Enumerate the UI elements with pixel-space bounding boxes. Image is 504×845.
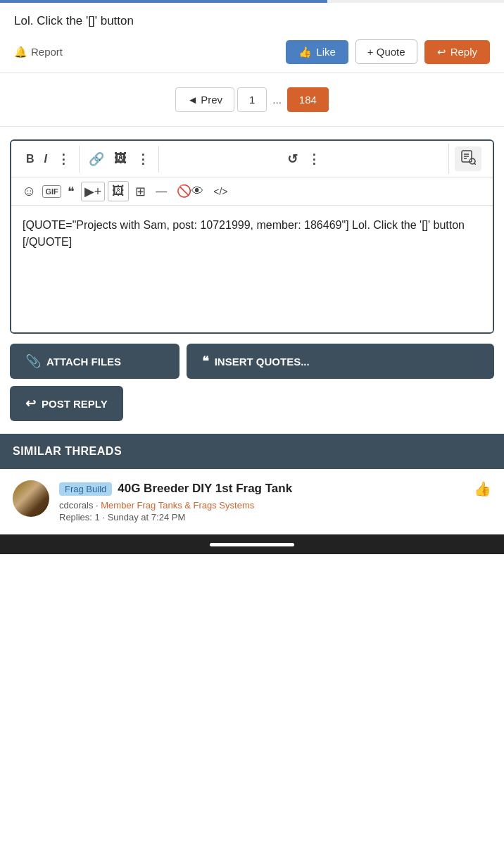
attach-files-label: ATTACH FILES xyxy=(46,356,121,368)
like-label: Like xyxy=(316,46,336,58)
prev-page-button[interactable]: ◄ Prev xyxy=(175,87,234,112)
emoji-button[interactable]: ☺ xyxy=(18,181,39,201)
similar-threads-header: SIMILAR THREADS xyxy=(0,434,504,469)
current-page-button[interactable]: 184 xyxy=(287,87,329,112)
image-button[interactable]: 🖼 xyxy=(111,149,130,169)
report-button[interactable]: 🔔 Report xyxy=(14,46,63,58)
thread-like-icon: 👍 xyxy=(474,480,491,497)
quote-label: + Quote xyxy=(367,46,405,58)
insert-quotes-label: INSERT QUOTES... xyxy=(215,356,310,368)
gif-button[interactable]: GIF xyxy=(42,185,61,198)
post-reply-button[interactable]: ↩ POST REPLY xyxy=(10,386,123,421)
like-button[interactable]: 👍 Like xyxy=(286,40,348,64)
progress-fill xyxy=(0,0,327,3)
thread-title-row: Frag Build 40G Breeder DIY 1st Frag Tank… xyxy=(59,480,491,497)
reply-button[interactable]: ↩ Reply xyxy=(424,40,490,64)
bold-button[interactable]: B xyxy=(23,150,38,168)
table-button[interactable]: ⊞ xyxy=(132,182,149,201)
thread-info: Frag Build 40G Breeder DIY 1st Frag Tank… xyxy=(59,480,491,522)
attach-files-button[interactable]: 📎 ATTACH FILES xyxy=(10,344,179,379)
thread-replies-count: Replies: 1 xyxy=(59,512,100,522)
pagination: ◄ Prev 1 ... 184 xyxy=(0,73,504,127)
home-indicator xyxy=(210,543,294,546)
editor-actions-row2: ↩ POST REPLY xyxy=(10,386,494,421)
thread-item: Frag Build 40G Breeder DIY 1st Frag Tank… xyxy=(0,469,504,534)
thread-title[interactable]: 40G Breeder DIY 1st Frag Tank xyxy=(118,482,292,496)
top-progress-bar xyxy=(0,0,504,3)
page-dots: ... xyxy=(270,94,284,106)
thread-tag[interactable]: Frag Build xyxy=(59,482,112,496)
quote-button[interactable]: + Quote xyxy=(355,39,417,64)
report-label: Report xyxy=(31,46,63,58)
post-reply-label: POST REPLY xyxy=(42,398,108,410)
editor-container: B I ⋮ 🔗 🖼 ⋮ ↺ ⋮ xyxy=(10,139,494,334)
thread-forum-link[interactable]: Member Frag Tanks & Frags Systems xyxy=(101,500,254,511)
blockquote-button[interactable]: ❝ xyxy=(64,182,78,201)
thread-author[interactable]: cdcorals xyxy=(59,500,93,511)
reply-label: Reply xyxy=(451,46,477,58)
reply-icon: ↩ xyxy=(437,46,446,58)
hr-button[interactable]: — xyxy=(152,183,170,200)
preview-group xyxy=(448,144,487,174)
link-button[interactable]: 🔗 xyxy=(85,149,108,170)
thread-meta: cdcorals · Member Frag Tanks & Frags Sys… xyxy=(59,500,491,511)
page-1-button[interactable]: 1 xyxy=(237,87,267,112)
paperclip-icon: 📎 xyxy=(25,353,41,369)
insert-quotes-button[interactable]: ❝ INSERT QUOTES... xyxy=(187,344,494,379)
img-media-button[interactable]: 🖼 xyxy=(108,181,129,201)
editor-toolbar-top: B I ⋮ 🔗 🖼 ⋮ ↺ ⋮ xyxy=(11,141,493,177)
hide-button[interactable]: 🚫👁 xyxy=(173,182,207,201)
post-text: Lol. Click the '[]' button xyxy=(14,14,490,28)
editor-body[interactable]: [QUOTE="Projects with Sam, post: 1072199… xyxy=(11,206,493,332)
italic-button[interactable]: I xyxy=(41,150,51,168)
thread-date: Sunday at 7:24 PM xyxy=(108,512,186,522)
format-group: B I ⋮ xyxy=(17,146,80,173)
preview-icon xyxy=(460,149,476,165)
thumbsup-icon: 👍 xyxy=(298,46,312,58)
post-content-area: Lol. Click the '[]' button 🔔 Report 👍 Li… xyxy=(0,3,504,73)
undo-group: ↺ ⋮ xyxy=(278,146,329,173)
media-button[interactable]: ▶+ xyxy=(81,182,106,201)
undo-button[interactable]: ↺ xyxy=(284,149,301,170)
thread-date-separator: · xyxy=(102,512,107,522)
avatar-image xyxy=(13,480,49,517)
svg-point-1 xyxy=(470,158,475,164)
preview-button[interactable] xyxy=(455,146,481,171)
more-format-button[interactable]: ⋮ xyxy=(53,149,73,170)
editor-toolbar-bottom: ☺ GIF ❝ ▶+ 🖼 ⊞ — 🚫👁 </> xyxy=(11,177,493,206)
editor-content: [QUOTE="Projects with Sam, post: 1072199… xyxy=(23,219,465,248)
quotes-icon: ❝ xyxy=(202,353,209,369)
svg-line-2 xyxy=(474,163,476,165)
code-button[interactable]: </> xyxy=(210,184,231,199)
thread-replies: Replies: 1 · Sunday at 7:24 PM xyxy=(59,512,491,522)
post-reply-icon: ↩ xyxy=(25,396,36,411)
more-insert-button[interactable]: ⋮ xyxy=(133,149,153,170)
bottom-bar xyxy=(0,534,504,554)
more-undo-button[interactable]: ⋮ xyxy=(304,149,324,170)
post-actions: 🔔 Report 👍 Like + Quote ↩ Reply xyxy=(14,39,490,64)
insert-group: 🔗 🖼 ⋮ xyxy=(80,146,159,173)
avatar xyxy=(13,480,49,517)
bell-icon: 🔔 xyxy=(14,46,27,58)
editor-actions-row1: 📎 ATTACH FILES ❝ INSERT QUOTES... xyxy=(10,344,494,379)
